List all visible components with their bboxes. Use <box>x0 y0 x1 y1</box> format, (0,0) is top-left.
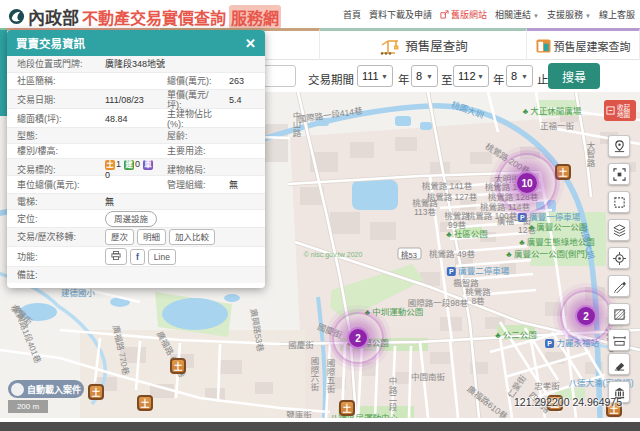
print-button[interactable] <box>105 248 127 265</box>
map-label: ♣ 廣豐公一公園(側門) <box>506 247 587 259</box>
map-label: ♣ 社區公園 <box>446 227 488 239</box>
line-button[interactable]: Line <box>148 249 176 265</box>
logo-suffix-text: 服務網 <box>229 5 281 29</box>
eraser-button[interactable] <box>608 353 630 375</box>
facebook-button[interactable]: f <box>130 249 145 265</box>
land-marker[interactable]: 土 <box>555 164 571 180</box>
price-cluster-marker[interactable]: 10 <box>515 171 539 195</box>
history-button[interactable]: 歷次 <box>105 229 134 245</box>
popup-header: 買賣交易資訊 ✕ <box>7 30 265 56</box>
center-target-button[interactable] <box>608 247 630 269</box>
nav-support[interactable]: 支援服務▼ <box>547 8 591 21</box>
coordinates-readout: 121.292200 24.964975 <box>514 396 622 408</box>
year-from-select[interactable]: 111▼ <box>357 65 393 87</box>
target-value: 土1建0車0 <box>95 159 157 180</box>
year-unit2: 年 <box>493 71 505 87</box>
map-label: 正福一街 <box>540 119 574 131</box>
to-label: 至 <box>441 71 453 87</box>
nav-old-site[interactable]: 舊版網站 <box>440 8 487 21</box>
land-marker[interactable]: 土 <box>339 400 355 416</box>
map-label: 113巷 <box>414 205 436 217</box>
tab-presale-query[interactable]: 預售屋查詢 <box>320 28 527 60</box>
history-buttons: 歷次明細加入比較 <box>95 229 265 245</box>
logo-gov-text: 內政部 <box>28 4 79 29</box>
tab-presale-project-query[interactable]: 預售屋建案查詢 <box>527 28 640 60</box>
map-label: 國際六街 <box>308 357 320 391</box>
month-to-select[interactable]: 8▼ <box>506 65 533 87</box>
map-label: 國際五街 <box>324 359 336 393</box>
logo-moi-icon <box>8 8 25 25</box>
elevator-label: 電梯: <box>7 197 95 207</box>
land-marker[interactable]: 土 <box>170 358 186 374</box>
elevator-value: 無 <box>95 197 265 207</box>
compare-button[interactable]: 加入比較 <box>169 229 215 245</box>
toggle-label: 自動載入案件 <box>27 383 81 396</box>
date-label: 交易日期: <box>7 95 95 105</box>
end-label: 止 <box>537 71 549 87</box>
mgmt-value: 無 <box>219 180 265 190</box>
map-label: 桃鶯路 49巷 <box>429 247 475 259</box>
func-label: 功能: <box>7 252 95 262</box>
search-button[interactable]: 搜尋 <box>548 63 600 89</box>
year-unit: 年 <box>398 71 410 87</box>
nav-download[interactable]: 資料下載及申請 <box>369 8 432 21</box>
func-buttons: fLine <box>95 248 265 265</box>
select-area-button[interactable] <box>608 191 630 213</box>
locate-label: 定位: <box>7 214 95 224</box>
draw-button[interactable] <box>608 275 630 297</box>
unit-label: 單價(萬元/坪): <box>157 90 219 110</box>
year-to-select[interactable]: 112▼ <box>453 65 489 87</box>
target-label: 交易標的: <box>7 165 95 175</box>
site-header: 內政部 不動產交易實價查詢 服務網 首頁 資料下載及申請 舊版網站 相關連結▼ … <box>0 0 640 28</box>
popup-table: 地段位置或門牌:廣隆段348地號 社區簡稱:總價(萬元):263 交易日期:11… <box>7 56 265 283</box>
extent-button[interactable] <box>608 163 630 185</box>
locate-pin-button[interactable] <box>608 135 630 157</box>
collapse-icon <box>606 106 615 115</box>
map-label: 中路二段 <box>386 377 398 411</box>
age-label: 屋齡: <box>157 131 219 141</box>
popup-close-button[interactable]: ✕ <box>245 36 256 51</box>
auto-load-toggle[interactable]: 自動載入案件 <box>8 380 84 398</box>
addr-label: 地段位置或門牌: <box>7 59 95 69</box>
layout-label: 建物格局: <box>157 165 219 175</box>
price-cluster-marker[interactable]: 2 <box>347 327 369 349</box>
land-marker[interactable]: 土 <box>137 395 153 411</box>
month-from-select[interactable]: 8▼ <box>411 65 438 87</box>
nav-service[interactable]: 線上客服 <box>599 8 635 21</box>
printer-icon <box>111 251 121 260</box>
addr-value: 廣隆段348地號 <box>95 59 265 69</box>
layers-button[interactable] <box>608 219 630 241</box>
top-nav: 首頁 資料下載及申請 舊版網站 相關連結▼ 支援服務▼ 線上客服 <box>343 8 635 21</box>
area-measure-button[interactable] <box>608 303 630 325</box>
map-label: ♣ 廣豐公一公園 <box>529 220 588 232</box>
ratio-label: 主建物佔比(%): <box>157 109 219 129</box>
nearby-facility-button[interactable]: 周邊設施 <box>105 211 157 227</box>
total-value: 263 <box>219 76 265 86</box>
distance-measure-button[interactable] <box>608 329 630 351</box>
price-cluster-marker[interactable]: 2 <box>575 305 597 327</box>
map-attribution: © nlsc.gov.tw 2020 <box>304 251 363 258</box>
map-label: ♣ 大正休閒廣場 <box>523 104 582 116</box>
collapse-map-button[interactable]: 收起地圖 <box>604 100 636 121</box>
nav-links[interactable]: 相關連結▼ <box>495 8 539 21</box>
total-label: 總價(萬元): <box>157 76 219 86</box>
building-icon <box>536 39 551 53</box>
page: 內政部 不動產交易實價查詢 服務網 首頁 資料下載及申請 舊版網站 相關連結▼ … <box>0 0 640 431</box>
map-label: 中園南街 <box>411 370 445 382</box>
mgmt-label: 管理組織: <box>157 180 219 190</box>
detail-button[interactable]: 明細 <box>137 229 166 245</box>
site-logo[interactable]: 內政部 不動產交易實價查詢 服務網 <box>8 4 281 29</box>
nav-home[interactable]: 首頁 <box>343 8 361 21</box>
logo-title-text: 不動產交易實價查詢 <box>82 5 226 29</box>
route-badge: 桃53 <box>401 249 417 260</box>
unit-value: 5.4 <box>219 95 265 105</box>
map-label: 中山路 <box>290 111 302 137</box>
footer-bar <box>0 422 640 431</box>
land-marker[interactable]: 土 <box>88 384 104 400</box>
note-label: 備註: <box>7 270 95 280</box>
map-label: ♣ 廣豐生態綠地公園 <box>519 235 595 247</box>
map-label: P 廣豐二停車場 <box>447 264 509 276</box>
collapse-label: 收起地圖 <box>617 104 633 118</box>
side-collapsed-tab[interactable] <box>0 28 7 116</box>
map-label: 國慶街 <box>288 338 314 350</box>
